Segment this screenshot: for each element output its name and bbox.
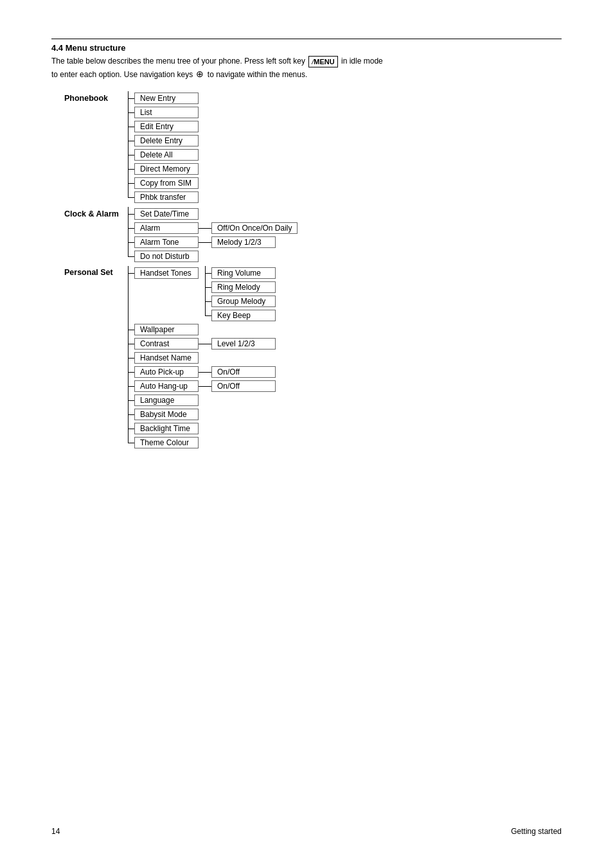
footer-section: Getting started [511, 827, 562, 836]
theme-colour-item: Theme Colour [134, 437, 199, 448]
table-row: Edit Entry [64, 120, 298, 134]
list-item: Delete Entry [134, 135, 199, 146]
auto-pickup-item: Auto Pick-up [134, 366, 199, 378]
list-item: Copy from SIM [134, 177, 199, 189]
auto-hangup-item: Auto Hang-up [134, 380, 199, 392]
table-row: Alarm Off/On Once/On Daily [64, 221, 298, 235]
key-beep-item: Key Beep [211, 310, 276, 321]
list-item: Do not Disturb [134, 251, 199, 262]
alarm-tone-child: Melody 1/2/3 [211, 236, 276, 248]
contrast-item: Contrast [134, 338, 199, 350]
personal-set-row: Personal Set Handset Tones Ring Volume [64, 266, 298, 280]
backlight-time-item: Backlight Time [134, 423, 199, 434]
phonebook-row: Phonebook New Entry [64, 91, 298, 105]
list-item: Edit Entry [134, 121, 199, 132]
group-melody-item: Group Melody [211, 296, 276, 307]
table-row: List [64, 105, 298, 120]
list-item: List [134, 107, 199, 118]
handset-name-item: Handset Name [134, 352, 199, 364]
phonebook-new-entry: New Entry [134, 93, 199, 104]
auto-pickup-child: On/Off [211, 366, 276, 378]
clock-alarm-label: Clock & Alarm [64, 207, 121, 221]
wallpaper-item: Wallpaper [134, 324, 199, 335]
ring-melody-item: Ring Melody [211, 281, 276, 293]
table-row: Delete All [64, 148, 298, 162]
clock-alarm-row: Clock & Alarm Set Date/Time [64, 207, 298, 221]
list-item: Set Date/Time [134, 208, 199, 220]
language-item: Language [134, 394, 199, 406]
footer: 14 Getting started [51, 827, 562, 836]
intro-text: The table below describes the menu tree … [51, 55, 562, 81]
table-row: Copy from SIM [64, 176, 298, 190]
page: 4.4 Menu structure The table below descr… [0, 0, 613, 868]
handset-tones-item: Handset Tones [134, 267, 199, 279]
ring-volume-item: Ring Volume [211, 267, 276, 279]
section-title: 4.4 Menu structure [51, 43, 562, 53]
auto-hangup-child: On/Off [211, 380, 276, 392]
list-item: Phbk transfer [134, 191, 199, 203]
list-item: Direct Memory [134, 163, 199, 175]
menu-tree: Phonebook New Entry List Edit Entry [64, 91, 298, 450]
table-row: Alarm Tone Melody 1/2/3 [64, 235, 298, 249]
alarm-tone-item: Alarm Tone [134, 236, 199, 248]
alarm-child: Off/On Once/On Daily [211, 222, 298, 234]
alarm-item: Alarm [134, 222, 199, 234]
table-row: Do not Disturb [64, 249, 298, 263]
phonebook-connector [121, 91, 134, 105]
babysit-mode-item: Babysit Mode [134, 409, 199, 420]
table-row: Delete Entry [64, 134, 298, 148]
phonebook-label: Phonebook [64, 91, 121, 105]
menu-icon: /MENU [308, 56, 337, 68]
list-item: Delete All [134, 149, 199, 161]
personal-set-label: Personal Set [64, 266, 121, 450]
table-row: Phbk transfer [64, 190, 298, 204]
table-row: Direct Memory [64, 162, 298, 176]
top-rule [51, 39, 562, 39]
page-number: 14 [51, 827, 60, 836]
nav-icon: ⊕ [196, 69, 204, 79]
contrast-child: Level 1/2/3 [211, 338, 276, 350]
